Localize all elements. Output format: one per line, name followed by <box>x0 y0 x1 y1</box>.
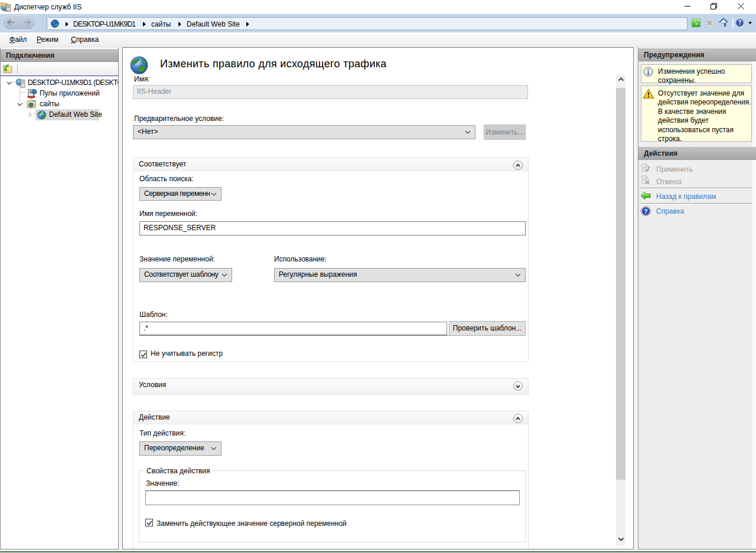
svg-text:?: ? <box>738 19 741 26</box>
svg-text:?: ? <box>644 208 647 215</box>
